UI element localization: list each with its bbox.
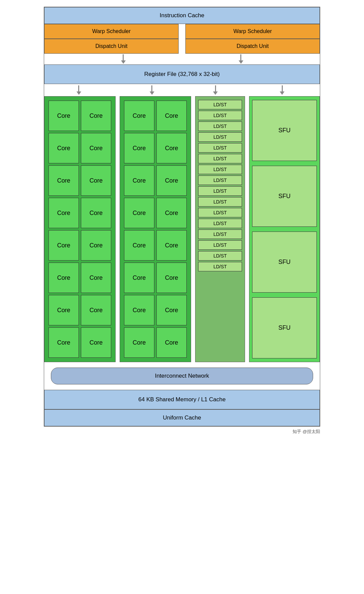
col-gap-3 bbox=[240, 84, 244, 96]
ldst-box-8: LD/ST bbox=[198, 176, 242, 185]
uniform-cache-label: Uniform Cache bbox=[163, 414, 201, 421]
instruction-cache-block: Instruction Cache bbox=[44, 7, 320, 24]
dispatch-unit-1-label: Dispatch Unit bbox=[95, 43, 127, 49]
sfu-group: SFU SFU SFU SFU bbox=[249, 96, 320, 362]
arrow-reg-shaft-2 bbox=[151, 85, 152, 91]
core-row-2-5: Core Core bbox=[124, 230, 187, 261]
ldst-box-13: LD/ST bbox=[198, 230, 242, 239]
arrow-reg-head-4 bbox=[280, 91, 284, 95]
core-box-2-3: Core bbox=[124, 133, 154, 163]
core-row-2-2: Core Core bbox=[124, 133, 187, 163]
ldst-box-5: LD/ST bbox=[198, 143, 242, 153]
core-box-1-5: Core bbox=[49, 165, 79, 196]
arrow-reg-shaft-1 bbox=[78, 85, 79, 91]
dispatch-gap bbox=[179, 39, 185, 54]
core-box-2-5: Core bbox=[124, 165, 154, 196]
core-box-1-13: Core bbox=[49, 295, 79, 325]
sfu-box-2: SFU bbox=[252, 166, 317, 227]
warp-scheduler-1: Warp Scheduler bbox=[44, 24, 179, 39]
sfu-box-3: SFU bbox=[252, 232, 317, 293]
warp-scheduler-2: Warp Scheduler bbox=[185, 24, 320, 39]
dispatch-unit-2-label: Dispatch Unit bbox=[237, 43, 269, 49]
ldst-box-10: LD/ST bbox=[198, 197, 242, 207]
ldst-box-12: LD/ST bbox=[198, 219, 242, 228]
core-box-1-15: Core bbox=[49, 327, 79, 358]
core-row-1-1: Core Core bbox=[49, 101, 111, 131]
core-box-2-7: Core bbox=[124, 198, 154, 228]
ldst-box-3: LD/ST bbox=[198, 122, 242, 131]
core-row-2-4: Core Core bbox=[124, 198, 187, 228]
core-group-2: Core Core Core Core Core Core Core Core … bbox=[120, 96, 191, 362]
ldst-box-4: LD/ST bbox=[198, 132, 242, 142]
core-box-1-8: Core bbox=[81, 198, 111, 228]
arrow-shaft-2 bbox=[240, 54, 241, 60]
arrow-head-2 bbox=[239, 60, 243, 64]
core-box-1-2: Core bbox=[81, 101, 111, 131]
ldst-box-11: LD/ST bbox=[198, 208, 242, 217]
arrow-reg-head-2 bbox=[150, 91, 154, 95]
ldst-box-16: LD/ST bbox=[198, 262, 242, 271]
watermark: 知乎 @捏太阳 bbox=[293, 429, 320, 435]
core-box-1-3: Core bbox=[49, 133, 79, 163]
ldst-box-14: LD/ST bbox=[198, 240, 242, 250]
core-box-2-2: Core bbox=[156, 101, 187, 131]
arrow-reg-head-3 bbox=[213, 91, 218, 95]
core-box-2-4: Core bbox=[156, 133, 187, 163]
core-box-2-12: Core bbox=[156, 263, 187, 293]
arrow-2 bbox=[239, 54, 243, 64]
core-box-1-1: Core bbox=[49, 101, 79, 131]
spacer-3 bbox=[245, 96, 249, 362]
ldst-group: LD/ST LD/ST LD/ST LD/ST LD/ST LD/ST LD/S… bbox=[195, 96, 245, 362]
diagram-container: Instruction Cache Warp Scheduler Warp Sc… bbox=[44, 7, 320, 427]
core-box-1-14: Core bbox=[81, 295, 111, 325]
sfu-box-4: SFU bbox=[252, 297, 317, 358]
core-box-2-14: Core bbox=[156, 295, 187, 325]
arrow-reg-3 bbox=[213, 85, 218, 96]
ldst-box-2: LD/ST bbox=[198, 111, 242, 120]
spacer-2 bbox=[191, 96, 195, 362]
arrow-col-2 bbox=[117, 84, 186, 96]
register-file-label: Register File (32,768 x 32-bit) bbox=[144, 71, 220, 77]
spacer-1 bbox=[116, 96, 120, 362]
core-box-2-13: Core bbox=[124, 295, 154, 325]
dispatch-unit-1: Dispatch Unit bbox=[44, 39, 179, 54]
core-box-1-11: Core bbox=[49, 263, 79, 293]
core-box-1-7: Core bbox=[49, 198, 79, 228]
warp-scheduler-row: Warp Scheduler Warp Scheduler bbox=[44, 24, 320, 39]
core-box-1-9: Core bbox=[49, 230, 79, 261]
warp-gap bbox=[179, 24, 185, 39]
shared-memory-label: 64 KB Shared Memory / L1 Cache bbox=[139, 396, 226, 403]
interconnect-label: Interconnect Network bbox=[155, 373, 209, 379]
core-box-1-6: Core bbox=[81, 165, 111, 196]
core-row-1-5: Core Core bbox=[49, 230, 111, 261]
arrow-1 bbox=[121, 54, 126, 64]
core-box-1-12: Core bbox=[81, 263, 111, 293]
core-row-2-8: Core Core bbox=[124, 327, 187, 358]
col-gap-1 bbox=[113, 84, 117, 96]
diagram-wrapper: Instruction Cache Warp Scheduler Warp Sc… bbox=[44, 7, 320, 427]
core-row-2-7: Core Core bbox=[124, 295, 187, 325]
instruction-cache-label: Instruction Cache bbox=[160, 12, 204, 19]
arrow-reg-head-1 bbox=[77, 91, 81, 95]
ldst-box-6: LD/ST bbox=[198, 154, 242, 163]
core-row-2-6: Core Core bbox=[124, 263, 187, 293]
arrow-head-1 bbox=[121, 60, 126, 64]
core-row-2-3: Core Core bbox=[124, 165, 187, 196]
arrow-row-register bbox=[44, 84, 320, 96]
dispatch-unit-row: Dispatch Unit Dispatch Unit bbox=[44, 39, 320, 54]
sfu-box-1: SFU bbox=[252, 100, 317, 161]
core-row-1-8: Core Core bbox=[49, 327, 111, 358]
warp-scheduler-1-label: Warp Scheduler bbox=[92, 28, 130, 34]
core-row-1-3: Core Core bbox=[49, 165, 111, 196]
main-area: Core Core Core Core Core Core Core Core … bbox=[44, 96, 320, 362]
arrow-reg-1 bbox=[77, 85, 81, 96]
ldst-box-9: LD/ST bbox=[198, 186, 242, 196]
core-box-2-1: Core bbox=[124, 101, 154, 131]
core-row-1-4: Core Core bbox=[49, 198, 111, 228]
core-box-2-9: Core bbox=[124, 230, 154, 261]
arrow-col-1 bbox=[44, 84, 113, 96]
core-box-1-10: Core bbox=[81, 230, 111, 261]
arrow-col-3 bbox=[190, 84, 240, 96]
core-row-1-2: Core Core bbox=[49, 133, 111, 163]
core-box-2-11: Core bbox=[124, 263, 154, 293]
